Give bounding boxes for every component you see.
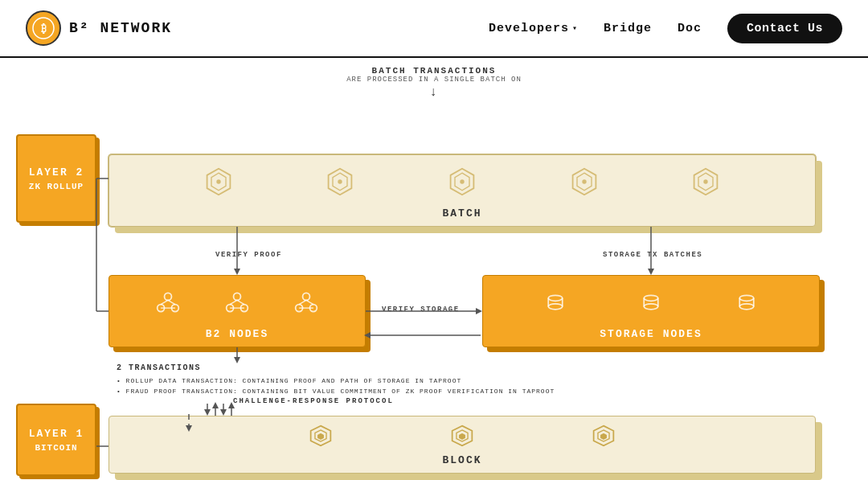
block-icon-2 — [450, 424, 474, 448]
tx-item2: • FRAUD PROOF TRANSACTION: CONTAINING BI… — [117, 387, 555, 397]
layer1-sub: BITCOIN — [35, 443, 77, 453]
svg-point-38 — [548, 303, 563, 309]
batch-hex-icon-2 — [326, 167, 354, 196]
nav-bridge[interactable]: Bridge — [604, 22, 652, 35]
svg-point-17 — [165, 293, 172, 300]
b2node-icon-2 — [224, 289, 250, 315]
svg-line-33 — [306, 300, 313, 304]
storage-icon-2 — [640, 291, 662, 314]
svg-marker-64 — [476, 308, 482, 314]
svg-line-32 — [299, 300, 306, 304]
b2nodes-box: B2 NODES — [108, 275, 366, 347]
svg-point-7 — [338, 179, 342, 183]
transaction-info: 2 TRANSACTIONS • ROLLUP DATA TRANSACTION… — [117, 362, 555, 397]
svg-line-20 — [161, 300, 168, 304]
verify-proof-label: VERIFY PROOF — [215, 251, 282, 259]
navbar: ₿ B² NETWORK Developers ▾ Bridge Doc Con… — [0, 0, 868, 58]
svg-point-4 — [216, 179, 220, 183]
block-box: BLOCK — [108, 416, 816, 474]
svg-line-26 — [230, 300, 237, 304]
svg-point-16 — [703, 179, 707, 183]
b2node-icon-1 — [155, 289, 181, 315]
batch-hex-icon-5 — [691, 167, 720, 196]
storage-box: STORAGE NODES — [482, 275, 820, 347]
layer1-title: LAYER 1 — [29, 428, 84, 440]
tx-item1: • ROLLUP DATA TRANSACTION: CONTAINING PR… — [117, 376, 555, 387]
chevron-down-icon: ▾ — [572, 23, 578, 33]
layer1-box: LAYER 1 BITCOIN — [16, 404, 96, 476]
tx-title: 2 TRANSACTIONS — [117, 362, 555, 375]
block-icon-1 — [309, 424, 333, 448]
nav-doc[interactable]: Doc — [678, 22, 702, 35]
contact-us-button[interactable]: Contact Us — [727, 14, 842, 43]
svg-text:₿: ₿ — [41, 23, 47, 35]
svg-line-21 — [168, 300, 175, 304]
svg-marker-60 — [234, 269, 240, 275]
svg-marker-52 — [459, 433, 465, 439]
diagram-area: BATCH TRANSACTIONS ARE PROCESSED IN A SI… — [0, 58, 868, 480]
svg-marker-49 — [318, 433, 324, 439]
svg-point-46 — [740, 303, 755, 309]
svg-marker-70 — [204, 409, 211, 416]
verify-storage-label: VERIFY STORAGE — [382, 306, 460, 314]
svg-marker-62 — [648, 269, 654, 275]
layer2-box: LAYER 2 ZK ROLLUP — [16, 134, 96, 223]
svg-point-29 — [303, 293, 310, 300]
block-icons — [251, 416, 674, 454]
storage-label: STORAGE NODES — [600, 328, 702, 340]
batch-hex-icon-3 — [448, 167, 477, 196]
storage-tx-label: STORAGE TX BATCHES — [603, 251, 702, 259]
svg-point-10 — [460, 179, 464, 183]
logo[interactable]: ₿ B² NETWORK — [26, 10, 172, 46]
batch-label: BATCH — [442, 207, 481, 219]
batch-hex-icon-1 — [204, 167, 233, 196]
batch-transactions-sub: ARE PROCESSED IN A SINGLE BATCH ON — [346, 76, 522, 84]
batch-arrow-down: ↓ — [429, 85, 438, 100]
svg-marker-74 — [220, 409, 227, 416]
layer2-sub: ZK ROLLUP — [29, 182, 84, 191]
svg-point-39 — [644, 295, 658, 301]
b2nodes-label: B2 NODES — [206, 328, 268, 340]
svg-marker-72 — [212, 402, 219, 408]
layer2-title: LAYER 2 — [29, 166, 84, 178]
svg-point-13 — [582, 179, 586, 183]
challenge-label: CHALLENGE-RESPONSE PROTOCOL — [233, 397, 394, 405]
svg-point-42 — [644, 303, 658, 309]
nav-developers[interactable]: Developers ▾ — [489, 22, 578, 35]
b2node-icon-3 — [293, 289, 319, 315]
block-icon-3 — [592, 424, 616, 448]
storage-icon-3 — [735, 291, 758, 314]
logo-text: B² NETWORK — [69, 20, 172, 36]
svg-marker-55 — [600, 433, 606, 439]
storage-icon-1 — [544, 291, 567, 314]
batch-hex-icon-4 — [570, 167, 599, 196]
batch-transactions-header: BATCH TRANSACTIONS ARE PROCESSED IN A SI… — [346, 66, 522, 100]
svg-point-43 — [740, 295, 755, 301]
svg-point-35 — [548, 295, 563, 301]
b2nodes-icons — [109, 276, 365, 328]
svg-line-27 — [237, 300, 244, 304]
svg-point-23 — [234, 293, 241, 300]
batch-box: BATCH — [108, 154, 816, 227]
logo-icon: ₿ — [26, 10, 61, 46]
batch-icons — [109, 155, 815, 207]
block-label: BLOCK — [442, 454, 481, 466]
nav-links: Developers ▾ Bridge Doc Contact Us — [489, 14, 842, 43]
batch-transactions-title: BATCH TRANSACTIONS — [372, 66, 497, 76]
storage-icons — [483, 276, 819, 328]
